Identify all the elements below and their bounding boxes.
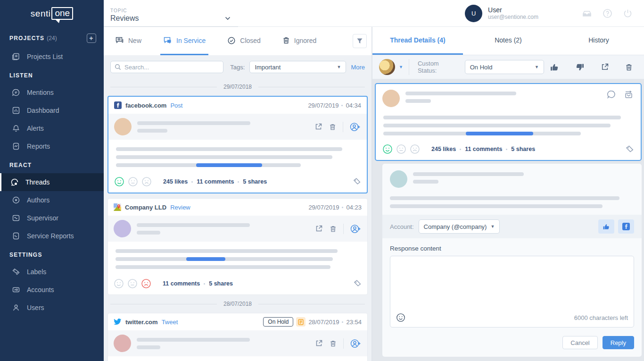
trash-icon[interactable] <box>330 340 337 347</box>
listen-label: LISTEN <box>9 72 33 79</box>
sentiment-neutral-icon[interactable] <box>396 144 406 154</box>
sentiment-negative-icon[interactable] <box>141 278 151 289</box>
caret-down-icon: ▼ <box>535 65 539 69</box>
external-link-icon[interactable] <box>315 225 323 233</box>
thread-kind-link[interactable]: Review <box>170 204 190 211</box>
account-select[interactable]: Company (@company) ▼ <box>419 219 500 234</box>
thread-kind-link[interactable]: Tweet <box>162 319 178 326</box>
response-textarea[interactable] <box>390 256 634 310</box>
facebook-action-button[interactable] <box>618 219 634 234</box>
shares-stat[interactable]: 5 shares <box>209 280 233 287</box>
sentiment-neutral-icon[interactable] <box>128 176 138 187</box>
more-filters-link[interactable]: More <box>351 64 365 71</box>
likes-stat[interactable]: 245 likes <box>163 178 188 185</box>
thumbs-up-icon[interactable] <box>550 63 559 72</box>
author-avatar <box>114 118 132 135</box>
tag-icon[interactable] <box>353 279 362 288</box>
tag-icon[interactable] <box>625 145 634 154</box>
custom-status-select[interactable]: On Hold ▼ <box>465 60 544 74</box>
sidebar-item-authors[interactable]: Authors <box>0 191 104 209</box>
tags-select[interactable]: Important ▼ <box>249 61 346 73</box>
external-link-icon[interactable] <box>314 123 322 131</box>
like-action-button[interactable] <box>598 219 614 234</box>
comment-icon[interactable] <box>607 90 616 107</box>
inbox-icon[interactable] <box>582 8 592 18</box>
thread-time: 04:23 <box>346 204 362 211</box>
trash-icon[interactable] <box>330 225 337 233</box>
threads-icon <box>10 178 19 186</box>
thread-card-twitter[interactable]: twitter.com Tweet On Hold 28/07/2019 23:… <box>107 313 368 361</box>
note-icon[interactable] <box>296 317 305 327</box>
projects-count: (24) <box>47 35 57 42</box>
sidebar-item-mentions[interactable]: Mentions <box>0 84 104 101</box>
sidebar-item-users[interactable]: Users <box>0 299 104 317</box>
sidebar-item-dashboard[interactable]: Dashboard <box>0 101 104 119</box>
add-project-button[interactable]: + <box>87 34 96 43</box>
thread-kind-link[interactable]: Post <box>170 102 182 109</box>
thread-toolbar: ▼ Custom Status: On Hold ▼ <box>372 55 644 79</box>
app-window: senti one PROJECTS (24) + Projects List … <box>0 0 644 361</box>
shares-stat[interactable]: 5 shares <box>511 146 535 152</box>
tab-in-service[interactable]: In Service <box>160 27 208 55</box>
sidebar-item-projects-list[interactable]: Projects List <box>0 48 104 66</box>
user-avatar[interactable]: U <box>465 5 482 22</box>
search-input[interactable] <box>124 64 219 71</box>
shares-stat[interactable]: 5 shares <box>243 178 267 185</box>
sidebar-item-threads[interactable]: Threads <box>0 173 104 191</box>
assignee-avatar[interactable] <box>379 59 395 75</box>
thread-card-company[interactable]: Company LLD Review 29/07/2019 04:23 <box>107 198 368 295</box>
sidebar-item-alerts[interactable]: Alerts <box>0 119 104 137</box>
comments-stat[interactable]: 11 comments <box>163 280 200 287</box>
thread-source: Company LLD <box>125 204 166 211</box>
tab-new[interactable]: New <box>112 27 144 55</box>
reply-button[interactable]: Reply <box>603 336 634 349</box>
help-icon[interactable] <box>603 8 612 18</box>
response-textarea-wrap: 6000 characters left <box>390 256 634 327</box>
filter-button[interactable] <box>353 34 367 48</box>
thread-date: 29/07/2019 <box>308 204 339 211</box>
thread-card-facebook[interactable]: facebook.com Post 29/07/2019 04:34 <box>107 96 368 193</box>
assign-user-icon[interactable] <box>350 122 361 132</box>
sentiment-positive-icon[interactable] <box>114 176 124 187</box>
assign-user-icon[interactable] <box>350 224 362 234</box>
topic-selector[interactable]: TOPIC Reviews <box>104 0 238 27</box>
sentiment-positive-icon[interactable] <box>114 278 124 289</box>
comments-stat[interactable]: 11 comments <box>465 146 502 152</box>
chevron-down-icon[interactable]: ▼ <box>399 65 403 69</box>
cancel-button[interactable]: Cancel <box>562 336 597 349</box>
comments-stat[interactable]: 11 comments <box>197 178 234 185</box>
external-link-icon[interactable] <box>315 339 323 347</box>
likes-stat[interactable]: 245 likes <box>431 146 456 152</box>
sidebar-item-reports[interactable]: Reports <box>0 137 104 155</box>
search-icon <box>115 64 121 70</box>
new-thread-icon <box>115 36 124 44</box>
assign-user-icon[interactable] <box>350 339 362 348</box>
sentiment-positive-icon[interactable] <box>382 144 393 154</box>
sidebar: senti one PROJECTS (24) + Projects List … <box>0 0 104 361</box>
trash-icon[interactable] <box>329 123 336 131</box>
emoji-icon[interactable] <box>396 313 405 322</box>
sidebar-item-label: Supervisor <box>27 214 58 222</box>
external-link-icon[interactable] <box>601 63 609 71</box>
projects-label: PROJECTS <box>9 35 44 42</box>
tab-closed[interactable]: Closed <box>224 27 264 55</box>
tab-history[interactable]: History <box>553 27 644 55</box>
sidebar-item-labels[interactable]: Labels <box>0 263 104 281</box>
sidebar-item-supervisor[interactable]: Supervisor <box>0 209 104 227</box>
thread-details-panel: Thread Details (4) Notes (2) History ▼ C… <box>372 27 644 361</box>
sidebar-item-accounts[interactable]: Accounts <box>0 281 104 299</box>
tab-ignored[interactable]: Ignored <box>280 27 319 55</box>
sentiment-negative-icon[interactable] <box>410 144 420 154</box>
power-icon[interactable] <box>623 8 633 18</box>
sentiment-negative-icon[interactable] <box>141 176 152 187</box>
forward-email-icon[interactable] <box>624 90 634 107</box>
tab-notes[interactable]: Notes (2) <box>463 27 553 55</box>
trash-icon[interactable] <box>625 63 633 71</box>
custom-status-value: On Hold <box>470 64 493 71</box>
sidebar-item-service-reports[interactable]: Service Reports <box>0 227 104 245</box>
tab-thread-details[interactable]: Thread Details (4) <box>372 27 463 55</box>
selected-thread-card[interactable]: 245 likes 11 comments 5 shares <box>375 83 642 161</box>
thumbs-down-icon[interactable] <box>575 63 585 72</box>
sentiment-neutral-icon[interactable] <box>127 278 138 289</box>
tag-icon[interactable] <box>353 177 361 186</box>
